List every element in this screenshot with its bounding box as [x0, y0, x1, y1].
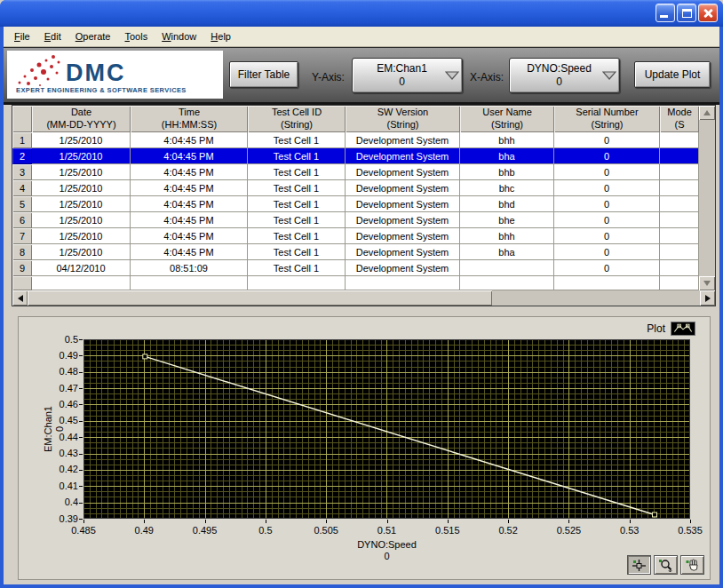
cell-serial[interactable]: 0 — [554, 212, 660, 228]
cell-time[interactable]: 4:04:45 PM — [131, 132, 248, 148]
title-bar[interactable] — [0, 0, 723, 27]
table-row[interactable]: 11/25/20104:04:45 PMTest Cell 1Developme… — [12, 132, 699, 148]
table-row[interactable]: 904/12/201008:51:09Test Cell 1Developmen… — [12, 260, 699, 276]
cell-date[interactable]: 1/25/2010 — [32, 196, 131, 212]
column-header-row-index[interactable] — [12, 106, 32, 132]
plot-legend[interactable]: Plot — [647, 322, 695, 336]
cell-cell[interactable]: Test Cell 1 — [248, 228, 346, 244]
maximize-button[interactable] — [677, 4, 696, 22]
cell-date[interactable]: 1/25/2010 — [32, 148, 131, 164]
cell-time[interactable]: 4:04:45 PM — [131, 212, 248, 228]
cell-user[interactable]: bhc — [460, 180, 554, 196]
table-row[interactable]: 81/25/20104:04:45 PMTest Cell 1Developme… — [12, 244, 699, 260]
cell-date[interactable]: 04/12/2010 — [32, 260, 131, 276]
cell-serial[interactable]: 0 — [554, 180, 660, 196]
menu-item-help[interactable]: Help — [203, 28, 238, 44]
scroll-down-button[interactable] — [699, 276, 715, 290]
scroll-right-button[interactable] — [700, 290, 715, 306]
filter-table-button[interactable]: Filter Table — [229, 61, 298, 88]
cell-user[interactable]: bhh — [460, 228, 554, 244]
close-button[interactable] — [698, 4, 718, 22]
column-header-date[interactable]: Date(MM-DD-YYYY) — [32, 106, 131, 132]
column-header-mode[interactable]: Mode(S — [660, 106, 699, 132]
cell-time[interactable]: 4:04:45 PM — [131, 196, 248, 212]
cell-date[interactable]: 1/25/2010 — [32, 212, 131, 228]
cell-mode[interactable] — [660, 132, 699, 148]
cell-date[interactable]: 1/25/2010 — [32, 164, 131, 180]
column-header-test-cell-id[interactable]: Test Cell ID(String) — [248, 106, 346, 132]
table-row[interactable]: 41/25/20104:04:45 PMTest Cell 1Developme… — [12, 180, 699, 196]
table-row[interactable]: 31/25/20104:04:45 PMTest Cell 1Developme… — [12, 164, 699, 180]
cell-sw[interactable]: Development System — [346, 228, 460, 244]
pan-tool-button[interactable] — [680, 555, 704, 575]
cursor-tool-button[interactable] — [627, 555, 651, 575]
menu-item-window[interactable]: Window — [155, 28, 203, 44]
cell-serial[interactable]: 0 — [554, 244, 660, 260]
x-axis-dropdown[interactable]: DYNO:Speed 0 — [509, 58, 620, 93]
cell-cell[interactable]: Test Cell 1 — [248, 196, 346, 212]
cell-time[interactable]: 4:04:45 PM — [131, 228, 248, 244]
cell-date[interactable]: 1/25/2010 — [32, 244, 131, 260]
cell-mode[interactable] — [660, 180, 699, 196]
cell-time[interactable]: 4:04:45 PM — [131, 244, 248, 260]
table-vertical-scrollbar[interactable] — [699, 106, 715, 290]
cell-serial[interactable]: 0 — [554, 228, 660, 244]
menu-item-tools[interactable]: Tools — [117, 28, 155, 44]
minimize-button[interactable] — [655, 4, 675, 22]
y-axis-dropdown[interactable]: EM:Chan1 0 — [352, 58, 463, 93]
cell-date[interactable]: 1/25/2010 — [32, 228, 131, 244]
cell-mode[interactable] — [660, 148, 699, 164]
cell-mode[interactable] — [660, 196, 699, 212]
cell-user[interactable]: bhd — [460, 196, 554, 212]
cell-time[interactable]: 08:51:09 — [131, 260, 248, 276]
table-row[interactable]: 51/25/20104:04:45 PMTest Cell 1Developme… — [12, 196, 699, 212]
cell-sw[interactable]: Development System — [346, 244, 460, 260]
table-row[interactable]: 21/25/20104:04:45 PMTest Cell 1Developme… — [12, 148, 699, 164]
cell-mode[interactable] — [660, 164, 699, 180]
table-row[interactable]: 71/25/20104:04:45 PMTest Cell 1Developme… — [12, 228, 699, 244]
cell-sw[interactable]: Development System — [346, 148, 460, 164]
scroll-up-button[interactable] — [699, 106, 715, 120]
cell-user[interactable]: bhh — [460, 132, 554, 148]
cell-cell[interactable]: Test Cell 1 — [248, 260, 346, 276]
menu-item-edit[interactable]: Edit — [37, 28, 68, 44]
column-header-user-name[interactable]: User Name(String) — [460, 106, 554, 132]
cell-user[interactable]: bha — [460, 148, 554, 164]
cell-serial[interactable]: 0 — [554, 196, 660, 212]
cell-cell[interactable]: Test Cell 1 — [248, 244, 346, 260]
table-row[interactable]: 61/25/20104:04:45 PMTest Cell 1Developme… — [12, 212, 699, 228]
cell-date[interactable]: 1/25/2010 — [32, 180, 131, 196]
cell-cell[interactable]: Test Cell 1 — [248, 132, 346, 148]
cell-sw[interactable]: Development System — [346, 196, 460, 212]
cell-cell[interactable]: Test Cell 1 — [248, 180, 346, 196]
cell-serial[interactable]: 0 — [554, 164, 660, 180]
cell-user[interactable]: bha — [460, 244, 554, 260]
cell-time[interactable]: 4:04:45 PM — [131, 164, 248, 180]
cell-serial[interactable]: 0 — [554, 148, 660, 164]
plot-area[interactable] — [83, 339, 690, 519]
cell-mode[interactable] — [660, 228, 699, 244]
cell-user[interactable]: bhb — [460, 164, 554, 180]
cell-sw[interactable]: Development System — [346, 164, 460, 180]
cell-mode[interactable] — [660, 244, 699, 260]
cell-cell[interactable]: Test Cell 1 — [248, 164, 346, 180]
zoom-tool-button[interactable] — [654, 555, 678, 575]
cell-serial[interactable]: 0 — [554, 260, 660, 276]
cell-sw[interactable]: Development System — [346, 180, 460, 196]
cell-mode[interactable] — [660, 212, 699, 228]
column-header-sw-version[interactable]: SW Version(String) — [346, 106, 460, 132]
update-plot-button[interactable]: Update Plot — [634, 61, 711, 88]
cell-user[interactable] — [460, 260, 554, 276]
horizontal-scroll-thumb[interactable] — [28, 290, 492, 306]
table-horizontal-scrollbar[interactable] — [12, 290, 715, 306]
menu-item-operate[interactable]: Operate — [68, 28, 118, 44]
cell-time[interactable]: 4:04:45 PM — [131, 180, 248, 196]
cell-time[interactable]: 4:04:45 PM — [131, 148, 248, 164]
cell-date[interactable]: 1/25/2010 — [32, 132, 131, 148]
menu-item-file[interactable]: File — [7, 28, 37, 44]
cell-cell[interactable]: Test Cell 1 — [248, 212, 346, 228]
cell-sw[interactable]: Development System — [346, 260, 460, 276]
cell-serial[interactable]: 0 — [554, 132, 660, 148]
column-header-serial-number[interactable]: Serial Number(String) — [554, 106, 660, 132]
cell-cell[interactable]: Test Cell 1 — [248, 148, 346, 164]
